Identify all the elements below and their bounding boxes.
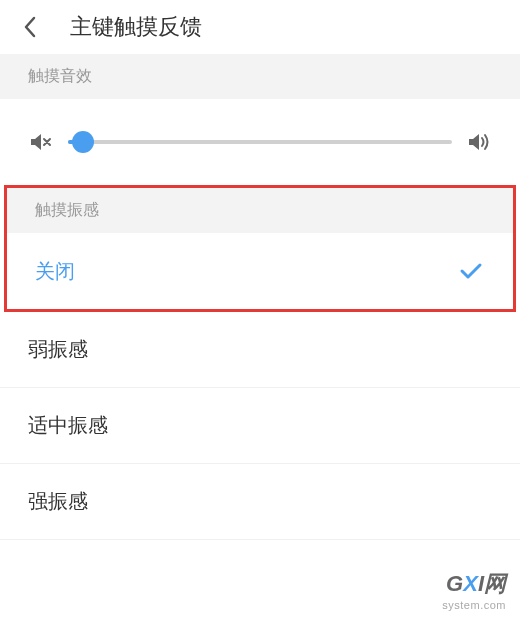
watermark-main: GXI网 xyxy=(446,569,506,599)
volume-slider[interactable] xyxy=(68,140,452,144)
back-icon[interactable] xyxy=(18,15,42,39)
watermark-sub: system.com xyxy=(442,599,506,611)
volume-icon xyxy=(466,129,492,155)
option-label: 适中振感 xyxy=(28,412,108,439)
header: 主键触摸反馈 xyxy=(0,0,520,54)
vibration-option-strong[interactable]: 强振感 xyxy=(0,464,520,540)
slider-thumb[interactable] xyxy=(72,131,94,153)
mute-icon xyxy=(28,129,54,155)
section-header-sound: 触摸音效 xyxy=(0,54,520,99)
option-label: 关闭 xyxy=(35,258,75,285)
page-title: 主键触摸反馈 xyxy=(70,12,202,42)
option-label: 强振感 xyxy=(28,488,88,515)
vibration-option-medium[interactable]: 适中振感 xyxy=(0,388,520,464)
vibration-option-off[interactable]: 关闭 xyxy=(7,233,513,309)
volume-slider-section xyxy=(0,99,520,185)
highlighted-vibration-section: 触摸振感 关闭 xyxy=(4,185,516,312)
check-icon xyxy=(457,257,485,285)
section-header-vibration: 触摸振感 xyxy=(7,188,513,233)
vibration-option-weak[interactable]: 弱振感 xyxy=(0,312,520,388)
watermark: GXI网 system.com xyxy=(442,569,506,611)
option-label: 弱振感 xyxy=(28,336,88,363)
